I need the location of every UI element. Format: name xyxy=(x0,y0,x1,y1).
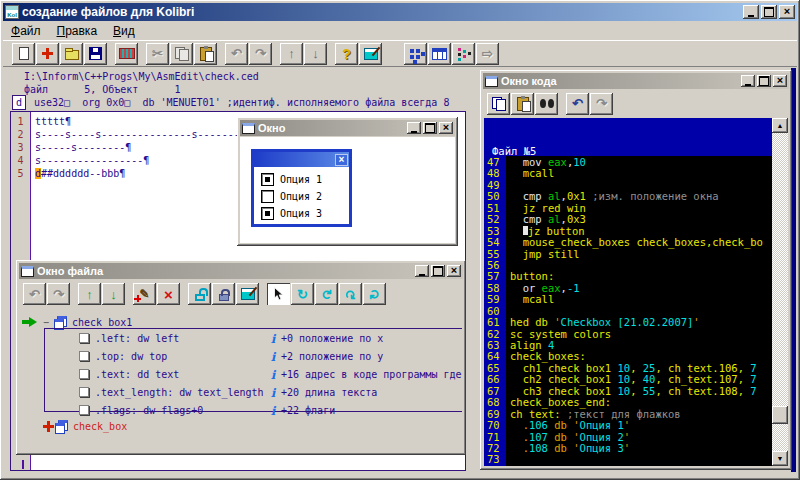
menu-view[interactable]: Вид xyxy=(105,22,143,40)
x-red-icon: × xyxy=(164,287,173,302)
find-button[interactable] xyxy=(535,93,558,115)
move-up-button[interactable]: ↑ xyxy=(280,43,303,65)
minimize-button[interactable] xyxy=(743,5,759,19)
code-editor[interactable]: 4748495051525354555657585960616263646566… xyxy=(484,156,772,466)
field-row[interactable]: .top: dw topi+2 положение по y xyxy=(45,350,462,365)
code-window: Окно кода × ↶↷ Файл №5 Строка 53, Столбе… xyxy=(480,70,792,470)
okno-client: × Опция 1Опция 2Опция 3 xyxy=(240,137,455,243)
fields-box: .left: dw lefti+0 положение по x.top: dw… xyxy=(44,328,462,412)
close-button[interactable]: × xyxy=(779,5,795,19)
code-status-header: Файл №5 Строка 53, Столбец 3, Курсоров j… xyxy=(484,118,772,156)
pointer-button[interactable] xyxy=(267,283,290,305)
field-description: +0 положение по x xyxy=(281,333,383,344)
form-button[interactable] xyxy=(115,43,138,65)
field-row[interactable]: .text: dd texti+16 адрес в коде программ… xyxy=(45,368,462,383)
move-down-button[interactable]: ↓ xyxy=(304,43,327,65)
code-line: mcall xyxy=(510,294,772,305)
code-line: cmp al,0x1 ;изм. положение окна xyxy=(510,191,772,202)
code-line: align 4 xyxy=(510,340,772,351)
collapse-handle[interactable]: − xyxy=(43,317,49,328)
field-row[interactable]: .text_length: dw text_lengthi+20 длина т… xyxy=(45,386,462,401)
main-titlebar[interactable]: Kol создание файлов для Kolibri × xyxy=(3,3,797,21)
maximize-button[interactable] xyxy=(423,122,437,134)
save-button[interactable] xyxy=(84,43,107,65)
code-line: button: xyxy=(510,271,772,282)
scroll-up-button[interactable]: ▲ xyxy=(772,118,788,133)
option-row[interactable]: Опция 2 xyxy=(254,188,349,205)
selected-cell[interactable]: d xyxy=(12,95,26,110)
help-button[interactable]: ? xyxy=(335,43,358,65)
rotate-ccw-button[interactable]: ↻ xyxy=(291,283,314,305)
table-icon xyxy=(432,48,447,60)
lock-button[interactable] xyxy=(212,283,235,305)
copy-button xyxy=(170,43,193,65)
checkbox[interactable] xyxy=(261,190,274,203)
field-checkbox-icon xyxy=(79,333,89,343)
close-button[interactable]: × xyxy=(439,122,453,134)
menu-edit[interactable]: Правка xyxy=(49,22,106,40)
field-checkbox-icon xyxy=(79,351,89,361)
okno-titlebar[interactable]: Окно × xyxy=(240,120,455,136)
file-path: I:\Inform\C++Progs\My\AsmEdit\check.ced xyxy=(24,71,259,82)
undo-button[interactable]: ↶ xyxy=(566,93,589,115)
tree-root-label[interactable]: check_box1 xyxy=(72,317,132,328)
option-row[interactable]: Опция 1 xyxy=(254,171,349,188)
minimize-button[interactable] xyxy=(407,122,421,134)
field-row[interactable]: .left: dw lefti+0 положение по x xyxy=(45,332,462,347)
paste-button[interactable] xyxy=(194,43,217,65)
arrow-down-gray-icon: ↓ xyxy=(312,47,319,60)
rotate-cw-button[interactable]: ↻ xyxy=(315,283,338,305)
move-down-button[interactable]: ↓ xyxy=(102,283,125,305)
scroll-down-button[interactable]: ▼ xyxy=(772,451,788,466)
arrow-right-gray-icon: ⇨ xyxy=(482,47,493,60)
current-item-arrow-icon xyxy=(22,317,38,327)
tree-root-row[interactable]: − check_box1 xyxy=(22,316,132,328)
rotate-up-button[interactable]: ↻ xyxy=(339,283,362,305)
menu-file[interactable]: Файл xyxy=(3,22,49,40)
code-line: .106 db 'Опция 1' xyxy=(510,420,772,431)
minimize-button[interactable] xyxy=(741,75,755,87)
preview-close-button[interactable]: × xyxy=(335,154,348,166)
new-file-button[interactable] xyxy=(12,43,35,65)
undo-icon: ↶ xyxy=(231,47,242,60)
tree-next-label[interactable]: check_box xyxy=(73,421,127,432)
properties-button[interactable] xyxy=(236,283,259,305)
field-checkbox-icon xyxy=(79,387,89,397)
move-up-button[interactable]: ↑ xyxy=(78,283,101,305)
maximize-button[interactable] xyxy=(757,75,771,87)
rotate-down-button[interactable]: ↻ xyxy=(363,283,386,305)
add-button[interactable] xyxy=(36,43,59,65)
code-line-number: 52 xyxy=(487,214,506,225)
option-row[interactable]: Опция 3 xyxy=(254,205,349,222)
copy-button[interactable] xyxy=(487,93,510,115)
close-button[interactable]: × xyxy=(447,265,461,277)
minimize-button[interactable] xyxy=(415,265,429,277)
line-number: 2 xyxy=(11,128,30,141)
checkbox[interactable] xyxy=(261,207,274,220)
code-line xyxy=(510,260,772,271)
maximize-button[interactable] xyxy=(761,5,777,19)
windows-layout-button[interactable] xyxy=(404,43,427,65)
close-button[interactable]: × xyxy=(773,75,787,87)
tree-next-row[interactable]: check_box xyxy=(47,420,127,432)
table-view-button[interactable] xyxy=(428,43,451,65)
field-description: +22 флаги xyxy=(281,405,335,416)
delete-button[interactable]: × xyxy=(157,283,180,305)
code-window-titlebar[interactable]: Окно кода × xyxy=(483,73,789,89)
file-window-titlebar[interactable]: Окно файла × xyxy=(19,263,463,279)
code-line-number: 59 xyxy=(487,294,506,305)
new-item-button[interactable]: ✎ xyxy=(133,283,156,305)
properties-button[interactable] xyxy=(359,43,382,65)
maximize-button[interactable] xyxy=(431,265,445,277)
checkbox[interactable] xyxy=(261,173,274,186)
unlock-button[interactable] xyxy=(188,283,211,305)
field-description: +16 адрес в коде программы где xyxy=(281,369,462,380)
tree-view-button[interactable] xyxy=(452,43,475,65)
scroll-thumb[interactable] xyxy=(772,406,788,424)
editor-lines: ttttt¶s----s----s---------------s-------… xyxy=(35,115,246,180)
main-window: Kol создание файлов для Kolibri × ФайлПр… xyxy=(0,0,800,480)
paste-button[interactable] xyxy=(511,93,534,115)
field-row[interactable]: .flags: dw flags+0i+22 флаги xyxy=(45,404,462,419)
scrollbar[interactable]: ▲ ▼ xyxy=(772,118,788,466)
open-button[interactable] xyxy=(60,43,83,65)
